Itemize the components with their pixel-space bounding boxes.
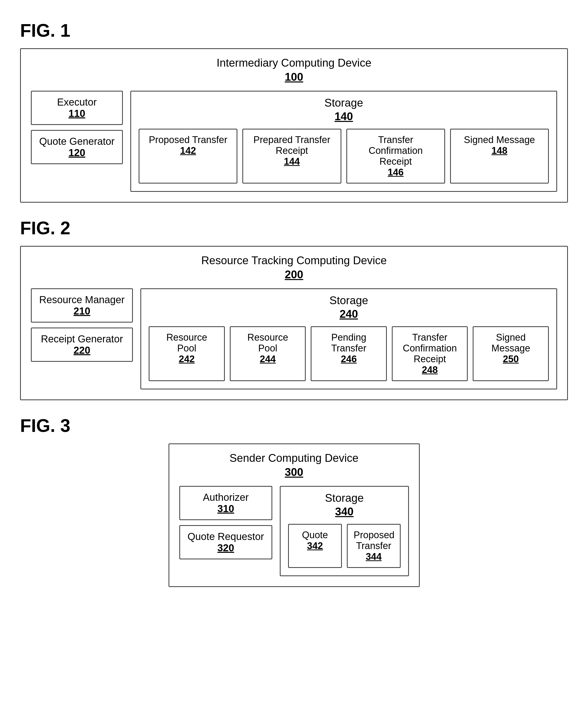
fig2-receiptgen-box: Receipt Generator 220 xyxy=(31,327,133,362)
fig1-item-3-label: Signed Message xyxy=(457,135,542,145)
fig3-quotereq-box: Quote Requestor 320 xyxy=(179,525,273,559)
fig3-storage-label: Storage xyxy=(288,492,400,504)
fig2-item-4-label: Signed Message xyxy=(480,332,542,354)
fig1-storage-label: Storage xyxy=(139,97,549,109)
fig2-item-1-label: Resource Pool xyxy=(237,332,299,354)
fig3-storage-items: Quote 342 Proposed Transfer 344 xyxy=(288,524,400,568)
fig3-item-0-num: 342 xyxy=(295,541,335,551)
fig3-authorizer-num: 310 xyxy=(188,503,264,514)
fig1-executor-label: Executor xyxy=(39,97,114,108)
fig2-item-2-label: Pending Transfer xyxy=(317,332,380,354)
fig3-storage-box: Storage 340 Quote 342 Proposed Transfer … xyxy=(280,486,409,576)
fig1-item-2-num: 146 xyxy=(353,167,438,178)
fig1-title: FIG. 1 xyxy=(20,20,568,41)
fig2-item-3-num: 248 xyxy=(399,364,461,375)
fig2-item-3-label: Transfer Confirmation Receipt xyxy=(399,332,461,364)
fig1-quotegen-label: Quote Generator xyxy=(39,136,114,147)
fig1-item-1-num: 144 xyxy=(249,156,334,167)
fig1-outer-box: Intermediary Computing Device 100 Execut… xyxy=(20,48,568,203)
fig1-executor-box: Executor 110 xyxy=(31,91,123,125)
fig3-item-1-num: 344 xyxy=(354,551,394,562)
fig1-outer-num: 100 xyxy=(31,71,557,83)
fig3-inner-row: Authorizer 310 Quote Requestor 320 Stora… xyxy=(179,486,409,576)
fig1-item-3: Signed Message 148 xyxy=(450,129,549,183)
fig3-storage-num: 340 xyxy=(288,505,400,518)
fig2-storage-label: Storage xyxy=(149,294,549,307)
fig3-authorizer-box: Authorizer 310 xyxy=(179,486,273,520)
fig3-item-1: Proposed Transfer 344 xyxy=(347,524,401,568)
fig1-section: FIG. 1 Intermediary Computing Device 100… xyxy=(20,20,568,203)
fig1-inner-row: Executor 110 Quote Generator 120 Storage… xyxy=(31,91,557,192)
fig2-item-1: Resource Pool 244 xyxy=(230,326,306,381)
fig2-item-4: Signed Message 250 xyxy=(473,326,549,381)
fig2-item-0: Resource Pool 242 xyxy=(149,326,225,381)
fig3-item-1-label: Proposed Transfer xyxy=(354,530,394,551)
fig3-outer-wrapper: Sender Computing Device 300 Authorizer 3… xyxy=(169,443,420,587)
fig3-outer-box: Sender Computing Device 300 Authorizer 3… xyxy=(169,443,420,587)
fig2-item-4-num: 250 xyxy=(480,354,542,364)
fig1-item-0: Proposed Transfer 142 xyxy=(139,129,237,183)
fig1-outer-label: Intermediary Computing Device xyxy=(31,57,557,69)
fig3-left-col: Authorizer 310 Quote Requestor 320 xyxy=(179,486,273,576)
fig2-outer-box: Resource Tracking Computing Device 200 R… xyxy=(20,246,568,400)
fig1-quotegen-box: Quote Generator 120 xyxy=(31,130,123,164)
fig2-storage-box: Storage 240 Resource Pool 242 Resource P… xyxy=(141,288,557,389)
fig2-outer-num: 200 xyxy=(31,268,557,281)
fig2-receiptgen-num: 220 xyxy=(39,345,125,356)
fig2-title: FIG. 2 xyxy=(20,218,568,238)
fig2-inner-row: Resource Manager 210 Receipt Generator 2… xyxy=(31,288,557,389)
fig3-section: FIG. 3 Sender Computing Device 300 Autho… xyxy=(20,415,568,587)
fig2-item-2-num: 246 xyxy=(317,354,380,364)
fig2-item-0-label: Resource Pool xyxy=(155,332,218,354)
fig2-item-2: Pending Transfer 246 xyxy=(311,326,387,381)
fig2-resourcemgr-box: Resource Manager 210 xyxy=(31,288,133,323)
fig1-item-3-num: 148 xyxy=(457,145,542,156)
fig1-storage-items: Proposed Transfer 142 Prepared Transfer … xyxy=(139,129,549,183)
fig1-storage-box: Storage 140 Proposed Transfer 142 Prepar… xyxy=(130,91,557,192)
fig1-item-1-label: Prepared Transfer Receipt xyxy=(249,135,334,156)
fig1-item-2: Transfer Confirmation Receipt 146 xyxy=(346,129,445,183)
fig1-item-1: Prepared Transfer Receipt 144 xyxy=(243,129,341,183)
fig2-section: FIG. 2 Resource Tracking Computing Devic… xyxy=(20,218,568,400)
fig2-item-1-num: 244 xyxy=(237,354,299,364)
fig3-quotereq-num: 320 xyxy=(188,542,264,554)
fig2-receiptgen-label: Receipt Generator xyxy=(39,333,125,345)
fig1-storage-num: 140 xyxy=(139,110,549,123)
fig2-storage-num: 240 xyxy=(149,308,549,320)
fig1-quotegen-num: 120 xyxy=(39,147,114,158)
fig1-item-0-label: Proposed Transfer xyxy=(145,135,231,145)
fig1-item-0-num: 142 xyxy=(145,145,231,156)
fig3-item-0: Quote 342 xyxy=(288,524,342,568)
fig2-item-3: Transfer Confirmation Receipt 248 xyxy=(392,326,468,381)
fig2-resourcemgr-label: Resource Manager xyxy=(39,294,125,305)
fig3-outer-label: Sender Computing Device xyxy=(179,452,409,464)
fig1-left-col: Executor 110 Quote Generator 120 xyxy=(31,91,123,192)
fig3-title: FIG. 3 xyxy=(20,415,568,436)
fig2-resourcemgr-num: 210 xyxy=(39,305,125,317)
fig2-outer-label: Resource Tracking Computing Device xyxy=(31,254,557,267)
fig3-item-0-label: Quote xyxy=(295,530,335,541)
fig2-storage-items: Resource Pool 242 Resource Pool 244 Pend… xyxy=(149,326,549,381)
fig1-executor-num: 110 xyxy=(39,108,114,119)
fig3-quotereq-label: Quote Requestor xyxy=(188,531,264,542)
fig3-authorizer-label: Authorizer xyxy=(188,492,264,503)
fig2-item-0-num: 242 xyxy=(155,354,218,364)
fig2-left-col: Resource Manager 210 Receipt Generator 2… xyxy=(31,288,133,389)
fig3-outer-num: 300 xyxy=(179,466,409,478)
fig1-item-2-label: Transfer Confirmation Receipt xyxy=(353,135,438,167)
